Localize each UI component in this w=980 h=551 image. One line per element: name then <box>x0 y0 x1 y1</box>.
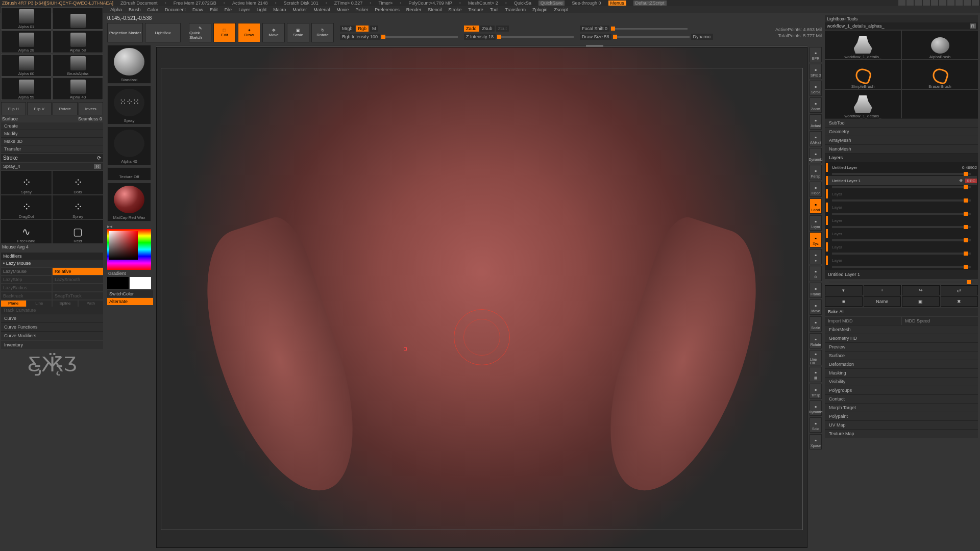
stroke-dragdot[interactable]: DragDot <box>1 195 52 219</box>
menu-material[interactable]: Material <box>310 7 333 12</box>
menu-document[interactable]: Document <box>162 7 189 12</box>
rotate-mode-button[interactable]: ↻Rotate <box>311 23 334 42</box>
menu-alpha[interactable]: Alpha <box>107 7 125 12</box>
dynamic-toggle[interactable]: Dynamic <box>691 34 713 40</box>
menu-stroke[interactable]: Stroke <box>445 7 464 12</box>
zadd-toggle[interactable]: Zadd <box>464 26 479 32</box>
lightbox-tools-header[interactable]: Lightbox› Tools <box>825 15 978 22</box>
accordion-polypaint[interactable]: Polypaint <box>825 412 978 420</box>
accordion-geometry[interactable]: Geometry <box>825 127 978 136</box>
lazy-mouse-header[interactable]: Lazy Mouse <box>6 261 31 266</box>
stroke-rect[interactable]: Rect <box>53 220 103 243</box>
quicksave-button[interactable]: QuickSave <box>538 1 565 6</box>
stroke-section-header[interactable]: Stroke⟳ <box>1 154 103 162</box>
draw-mode-button[interactable]: ✦Draw <box>238 23 260 42</box>
accordion-masking[interactable]: Masking <box>825 368 978 377</box>
menu-movie[interactable]: Movie <box>333 7 352 12</box>
tool-thumb[interactable]: AlphaBrush <box>902 31 978 59</box>
track-path[interactable]: Path <box>79 300 104 307</box>
eye-icon[interactable]: 👁 <box>959 179 963 183</box>
accordion-texture-map[interactable]: Texture Map <box>825 429 978 438</box>
make-3d-menu[interactable]: Make 3D <box>1 138 103 145</box>
accordion-uv-map[interactable]: UV Map <box>825 420 978 429</box>
snaptotrack-cell[interactable]: SnapToTrack <box>53 292 103 299</box>
stroke-r-button[interactable]: R <box>94 164 101 169</box>
menu-tool[interactable]: Tool <box>487 7 502 12</box>
empty-cell[interactable] <box>53 284 103 291</box>
nav-dynamic[interactable]: ▪Dynamic <box>810 400 822 416</box>
nav-local[interactable]: ▪Local <box>810 198 822 214</box>
nav-⊙[interactable]: ▪⊙ <box>810 266 822 281</box>
accordion-fibermesh[interactable]: FiberMesh <box>825 325 978 334</box>
menu-render[interactable]: Render <box>403 7 425 12</box>
flip-h-button[interactable]: Flip H <box>1 102 26 115</box>
tool-thumb[interactable] <box>902 90 978 118</box>
alpha-thumb[interactable] <box>53 7 103 30</box>
tool-thumb[interactable]: EraserBrush <box>902 60 978 89</box>
nav-xpose[interactable]: ▪Xpose <box>810 434 822 449</box>
nav-●[interactable]: ▪● <box>810 249 822 264</box>
move-mode-button[interactable]: ✥Move <box>262 23 285 42</box>
projection-master-button[interactable]: Projection Master <box>107 23 143 42</box>
menu-picker[interactable]: Picker <box>352 7 371 12</box>
stroke-spray[interactable]: Spray <box>1 171 52 194</box>
nav-solo[interactable]: ▪Solo <box>810 417 822 433</box>
nav-frame[interactable]: ▪Frame <box>810 283 822 298</box>
lazystep-cell[interactable]: LazyStep <box>1 276 52 283</box>
z-intensity-slider[interactable]: Z Intensity 18 <box>464 34 496 40</box>
material-thumb[interactable]: MatCap Red Wax <box>107 183 151 221</box>
bake-all-button[interactable]: Bake All <box>825 308 978 316</box>
layer-btn[interactable]: ▾ <box>825 285 863 295</box>
layer-btn[interactable]: ▣ <box>902 296 940 307</box>
stroke-dots[interactable]: Dots <box>53 171 103 194</box>
track-curvature[interactable]: Track Curvature <box>1 307 103 314</box>
nav-dynamic[interactable]: ▪Dynamic <box>810 148 822 163</box>
menu-brush[interactable]: Brush <box>126 7 144 12</box>
draw-size-slider[interactable]: Draw Size 56 <box>580 34 611 40</box>
quick-sketch-button[interactable]: ✎Quick Sketch <box>189 23 211 42</box>
switch-color-button[interactable]: SwitchColor <box>107 290 153 297</box>
menu-color[interactable]: Color <box>144 7 162 12</box>
layer-btn[interactable]: ⇄ <box>941 285 978 295</box>
layer-btn[interactable]: ↪ <box>902 285 940 295</box>
nav-xyz[interactable]: ▪Xyz <box>810 232 822 247</box>
mouse-avg-slider[interactable]: Mouse Avg 4 <box>2 244 29 249</box>
menu-texture[interactable]: Texture <box>465 7 486 12</box>
nav-bpr[interactable]: ▪BPR <box>810 47 822 62</box>
curve-modifiers-header[interactable]: Curve Modifiers <box>1 331 103 340</box>
import-mdd-button[interactable]: Import MDD <box>825 317 901 325</box>
menu-marker[interactable]: Marker <box>289 7 310 12</box>
nav-▦[interactable]: ▪▦ <box>810 367 822 382</box>
tool-thumb[interactable]: workflow_1_details_ <box>825 90 901 118</box>
menu-stencil[interactable]: Stencil <box>425 7 445 12</box>
alpha-thumb[interactable]: Alpha 28 <box>1 31 52 53</box>
accordion-nanomesh[interactable]: NanoMesh <box>825 144 978 153</box>
nav-line-fill[interactable]: ▪Line Fill <box>810 350 822 365</box>
seamless-slider[interactable]: Seamless 0 <box>78 116 102 121</box>
create-menu[interactable]: Create <box>1 122 103 130</box>
menu-draw[interactable]: Draw <box>189 7 206 12</box>
relative-cell[interactable]: Relative <box>53 268 103 275</box>
alpha-thumb[interactable]: Alpha 40 <box>107 127 151 165</box>
zsub-toggle[interactable]: Zsub <box>480 26 495 32</box>
current-layer-name[interactable]: Untitled Layer 1 <box>825 270 978 279</box>
edit-mode-button[interactable]: ⬚Edit <box>213 23 236 42</box>
track-plane[interactable]: Plane <box>1 300 26 307</box>
lazysmooth-cell[interactable]: LazySmooth <box>53 276 103 283</box>
nav-spix-3[interactable]: ▪SPix 3 <box>810 64 822 79</box>
scale-mode-button[interactable]: ▣Scale <box>287 23 309 42</box>
alpha-thumb[interactable]: Alpha 59 <box>1 78 52 100</box>
curve-functions-header[interactable]: Curve Functions <box>1 322 103 331</box>
m-toggle[interactable]: M <box>370 26 378 32</box>
nav-scroll[interactable]: ▪Scroll <box>810 81 822 96</box>
layer-btn[interactable]: ■ <box>825 296 863 307</box>
zcut-toggle[interactable]: Zcut <box>496 26 509 32</box>
modifiers-header[interactable]: Modifiers <box>1 253 103 260</box>
menu-edit[interactable]: Edit <box>207 7 221 12</box>
brush-thumb-standard[interactable]: Standard <box>107 45 151 84</box>
menu-transform[interactable]: Transform <box>502 7 529 12</box>
stroke-freehand[interactable]: FreeHand <box>1 220 52 243</box>
mrgb-toggle[interactable]: Mrgb <box>340 26 355 32</box>
track-spline[interactable]: Spline <box>53 300 78 307</box>
seethrough-slider[interactable]: See-through 0 <box>572 1 601 6</box>
